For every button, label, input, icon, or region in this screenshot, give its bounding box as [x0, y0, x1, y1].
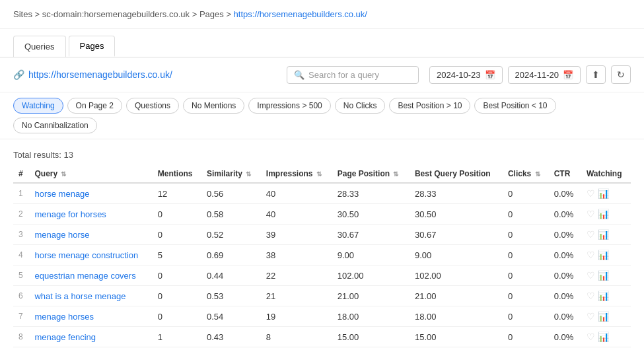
- table-row: 5equestrian menage covers00.4422102.0010…: [13, 265, 631, 286]
- table-header-row: #Query ⇅MentionsSimilarity ⇅Impressions …: [13, 165, 631, 183]
- header-row: 🔗 https://horsemenagebuilders.co.uk/ 🔍 S…: [0, 57, 644, 92]
- search-placeholder: Search for a query: [308, 70, 379, 80]
- best-query-position-value: 9.00: [410, 245, 503, 265]
- row-number: 4: [13, 245, 29, 265]
- table-body: 1horse menage120.564028.3328.3300.0%♡📊2m…: [13, 183, 631, 352]
- filter-chip-best-position-<-10[interactable]: Best Position < 10: [474, 98, 555, 114]
- similarity-value: 0.44: [201, 265, 261, 286]
- chart-icon[interactable]: 📊: [598, 188, 609, 199]
- watch-icon[interactable]: ♡: [587, 229, 595, 240]
- row-number: 1: [13, 183, 29, 204]
- date-start-value: 2024-10-23: [437, 70, 481, 80]
- query-text: equestrian menage covers: [29, 265, 152, 286]
- query-text: menage horses: [29, 306, 152, 327]
- watching-actions[interactable]: ♡📊: [581, 306, 631, 327]
- search-icon: 🔍: [294, 70, 304, 80]
- chart-icon[interactable]: 📊: [598, 270, 609, 281]
- best-query-position-value: 102.00: [410, 265, 503, 286]
- ctr-value: 0.0%: [549, 265, 581, 286]
- tab-pages[interactable]: Pages: [69, 36, 116, 57]
- query-text: what is a horse menage: [29, 286, 152, 306]
- watch-icon[interactable]: ♡: [587, 291, 595, 301]
- page-position-value: 9.00: [332, 245, 410, 265]
- total-results: Total results: 13: [13, 146, 631, 165]
- impressions-value: 22: [261, 265, 332, 286]
- table-row: 1horse menage120.564028.3328.3300.0%♡📊: [13, 183, 631, 204]
- col-header-best-query-position: Best Query Position: [410, 165, 503, 183]
- filter-chip-no-mentions[interactable]: No Mentions: [183, 98, 244, 114]
- chart-icon[interactable]: 📊: [598, 311, 609, 322]
- page-position-value: 28.33: [332, 183, 410, 204]
- mentions-value: 5: [153, 245, 201, 265]
- refresh-button[interactable]: ↻: [611, 65, 631, 84]
- similarity-value: 0.58: [201, 204, 261, 225]
- col-header-query[interactable]: Query ⇅: [29, 165, 152, 183]
- best-query-position-value: 15.00: [410, 327, 503, 347]
- search-box[interactable]: 🔍 Search for a query: [287, 66, 419, 84]
- watching-actions[interactable]: ♡📊: [581, 265, 631, 286]
- impressions-value: 40: [261, 204, 332, 225]
- results-table: #Query ⇅MentionsSimilarity ⇅Impressions …: [13, 165, 631, 352]
- chart-icon[interactable]: 📊: [598, 291, 609, 301]
- tab-queries[interactable]: Queries: [13, 36, 66, 57]
- watching-actions[interactable]: ♡📊: [581, 347, 631, 353]
- query-text: menage construction: [29, 347, 152, 353]
- calendar-start-icon: 📅: [485, 70, 495, 80]
- watching-actions[interactable]: ♡📊: [581, 286, 631, 306]
- filter-chip-questions[interactable]: Questions: [126, 98, 179, 114]
- watching-actions[interactable]: ♡📊: [581, 327, 631, 347]
- date-start-button[interactable]: 2024-10-23 📅: [429, 66, 503, 84]
- ctr-value: 0.0%: [549, 347, 581, 353]
- watching-actions[interactable]: ♡📊: [581, 183, 631, 204]
- breadcrumb-url[interactable]: https://horsemenagebuilders.co.uk/: [234, 9, 367, 19]
- watch-icon[interactable]: ♡: [587, 311, 595, 322]
- col-header-mentions: Mentions: [153, 165, 201, 183]
- page-position-value: 30.67: [332, 225, 410, 245]
- filter-chip-best-position->-10[interactable]: Best Position > 10: [389, 98, 470, 114]
- table-row: 7menage horses00.541918.0018.0000.0%♡📊: [13, 306, 631, 327]
- watch-icon[interactable]: ♡: [587, 209, 595, 219]
- best-query-position-value: 28.33: [410, 183, 503, 204]
- page-url-link[interactable]: 🔗 https://horsemenagebuilders.co.uk/: [13, 69, 172, 80]
- table-row: 6what is a horse menage00.532121.0021.00…: [13, 286, 631, 306]
- ctr-value: 0.0%: [549, 225, 581, 245]
- watch-icon[interactable]: ♡: [587, 250, 595, 260]
- table-header: #Query ⇅MentionsSimilarity ⇅Impressions …: [13, 165, 631, 183]
- chart-icon[interactable]: 📊: [598, 250, 609, 260]
- watching-actions[interactable]: ♡📊: [581, 245, 631, 265]
- filter-chip-no-clicks[interactable]: No Clicks: [335, 98, 386, 114]
- watch-icon[interactable]: ♡: [587, 270, 595, 281]
- sort-icon: ⇅: [61, 170, 66, 178]
- page-position-value: 21.00: [332, 286, 410, 306]
- page-position-value: 11.00: [332, 347, 410, 353]
- page-position-value: 30.50: [332, 204, 410, 225]
- chart-icon[interactable]: 📊: [598, 229, 609, 240]
- similarity-value: 0.54: [201, 306, 261, 327]
- best-query-position-value: 21.00: [410, 286, 503, 306]
- query-text: menage horse: [29, 225, 152, 245]
- impressions-value: 8: [261, 327, 332, 347]
- similarity-value: 0.52: [201, 225, 261, 245]
- row-number: 7: [13, 306, 29, 327]
- export-button[interactable]: ⬆: [586, 65, 606, 84]
- filter-chip-watching[interactable]: Watching: [13, 98, 63, 114]
- date-end-button[interactable]: 2024-11-20 📅: [508, 66, 581, 84]
- watch-icon[interactable]: ♡: [587, 332, 595, 342]
- col-header-impressions[interactable]: Impressions ⇅: [261, 165, 332, 183]
- filter-chip-no-cannibalization[interactable]: No Cannibalization: [13, 118, 97, 133]
- watch-icon[interactable]: ♡: [587, 188, 595, 199]
- chart-icon[interactable]: 📊: [598, 332, 609, 342]
- clicks-value: 0: [503, 225, 549, 245]
- filter-chip-impressions->-500[interactable]: Impressions > 500: [248, 98, 330, 114]
- watching-actions[interactable]: ♡📊: [581, 225, 631, 245]
- col-header-similarity[interactable]: Similarity ⇅: [201, 165, 261, 183]
- col-header-clicks[interactable]: Clicks ⇅: [503, 165, 549, 183]
- col-header-page-position[interactable]: Page Position ⇅: [332, 165, 410, 183]
- clicks-value: 0: [503, 245, 549, 265]
- filter-chip-on-page-2[interactable]: On Page 2: [67, 98, 122, 114]
- chart-icon[interactable]: 📊: [598, 209, 609, 219]
- watching-actions[interactable]: ♡📊: [581, 204, 631, 225]
- breadcrumb: Sites > sc-domain:horsemenagebuilders.co…: [0, 0, 644, 29]
- impressions-value: 5: [261, 347, 332, 353]
- ctr-value: 0.0%: [549, 245, 581, 265]
